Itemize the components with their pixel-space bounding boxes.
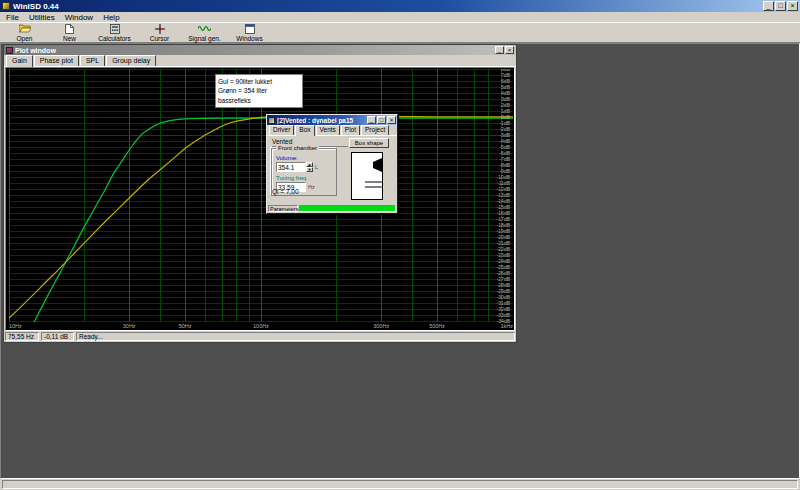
toolbar-new-label: New — [63, 35, 76, 42]
cursor-frequency-readout: 75,55 Hz — [5, 332, 39, 341]
close-button[interactable]: × — [387, 116, 396, 124]
dialog-progress-row: Parameters — [267, 204, 397, 213]
volume-stepper[interactable]: ▲ ▼ — [306, 162, 313, 172]
toolbar-signal-gen-button[interactable]: Signal gen. — [182, 23, 227, 42]
toolbar-calculators-label: Calculators — [98, 35, 131, 42]
app-status-bar — [0, 479, 800, 490]
toolbar-windows-label: Windows — [236, 35, 262, 42]
annotation-line-1: Gul = 90liter lukket — [218, 77, 300, 86]
dialog-title-bar[interactable]: [2]Vented : dynabel pa15 _□× — [267, 115, 397, 125]
svg-text:50Hz: 50Hz — [179, 323, 192, 329]
toolbar-cursor-button[interactable]: Cursor — [137, 23, 182, 42]
plot-annotation: Gul = 90liter lukket Grønn = 354 liter b… — [215, 74, 303, 108]
y-axis-labels: 8dB7dB6dB5dB4dB3dB2dB1dB0dB-1dB-2dB-3dB-… — [497, 69, 511, 324]
menu-file[interactable]: File — [1, 13, 24, 22]
toolbar: OpenNewCalculatorsCursorSignal gen.Windo… — [0, 23, 800, 43]
ql-value-text: Ql = 7,00 — [272, 188, 299, 195]
svg-text:100Hz: 100Hz — [253, 323, 269, 329]
plot-area[interactable]: 8dB7dB6dB5dB4dB3dB2dB1dB0dB-1dB-2dB-3dB-… — [5, 67, 515, 331]
dialog-body: Vented Front chamber Volume: ▲ ▼ L Tunin… — [267, 136, 397, 204]
plot-tabs: GainPhase plotSPLGroup delay — [4, 55, 516, 67]
status-message: Ready... — [76, 332, 515, 341]
tab-group-delay[interactable]: Group delay — [106, 55, 156, 66]
app-icon — [2, 2, 10, 10]
dialog-title: [2]Vented : dynabel pa15 — [277, 117, 366, 124]
maximize-button[interactable]: □ — [377, 116, 386, 124]
plot-window-buttons: _× — [494, 46, 514, 54]
tab-spl[interactable]: SPL — [80, 55, 105, 66]
toolbar-calculators-button[interactable]: Calculators — [92, 23, 137, 42]
windows-icon — [245, 24, 255, 34]
plot-window-icon — [6, 47, 13, 54]
minimize-button[interactable]: _ — [367, 116, 376, 124]
open-folder-icon — [19, 24, 31, 34]
tuning-freq-label[interactable]: Tuning freq. — [276, 175, 308, 181]
dialog-tabs: DriverBoxVentsPlotProject — [267, 125, 397, 136]
box-shape-preview — [351, 152, 383, 200]
minimize-button[interactable]: _ — [495, 46, 504, 54]
calculator-icon — [110, 24, 120, 34]
vented-box-dialog[interactable]: [2]Vented : dynabel pa15 _□× DriverBoxVe… — [266, 114, 398, 214]
maximize-button[interactable]: □ — [775, 1, 786, 11]
tab-gain[interactable]: Gain — [6, 55, 33, 67]
cursor-crosshair-icon — [155, 24, 165, 34]
dialog-tab-driver[interactable]: Driver — [269, 125, 294, 135]
box-shape-button[interactable]: Box shape — [349, 138, 389, 148]
close-button[interactable]: × — [787, 1, 798, 11]
toolbar-open-button[interactable]: Open — [2, 23, 47, 42]
plot-window[interactable]: Plot window _× GainPhase plotSPLGroup de… — [3, 44, 517, 343]
plot-status-bar: 75,55 Hz-0,11 dBReady... — [4, 331, 516, 342]
menu-help[interactable]: Help — [98, 13, 124, 22]
volume-input[interactable] — [276, 162, 306, 172]
svg-text:30Hz: 30Hz — [123, 323, 136, 329]
menu-bar: FileUtilitiesWindowHelp — [0, 12, 800, 23]
app-title: WinISD 0.44 — [13, 2, 762, 11]
mdi-workspace: Plot window _× GainPhase plotSPLGroup de… — [0, 43, 800, 479]
app-title-bar[interactable]: WinISD 0.44 _□× — [0, 0, 800, 12]
dialog-tab-box[interactable]: Box — [295, 125, 314, 136]
toolbar-signal-gen-label: Signal gen. — [188, 35, 221, 42]
svg-text:300Hz: 300Hz — [373, 323, 389, 329]
minimize-button[interactable]: _ — [763, 1, 774, 11]
plot-window-title-bar[interactable]: Plot window _× — [4, 45, 516, 55]
toolbar-windows-button[interactable]: Windows — [227, 23, 272, 42]
tuning-freq-unit: Hz — [308, 184, 315, 190]
new-document-icon — [65, 24, 74, 34]
annotation-line-2: Grønn = 354 liter bassrefleks — [218, 86, 300, 105]
spin-down-icon[interactable]: ▼ — [306, 167, 313, 172]
dialog-tab-project[interactable]: Project — [361, 125, 389, 135]
progress-label: Parameters — [268, 205, 298, 212]
toolbar-new-button[interactable]: New — [47, 23, 92, 42]
volume-label[interactable]: Volume: — [276, 155, 298, 161]
parameters-progress-bar — [299, 205, 396, 212]
signal-generator-icon — [198, 24, 211, 34]
close-button[interactable]: × — [505, 46, 514, 54]
svg-text:1kHz: 1kHz — [500, 323, 513, 329]
front-chamber-label: Front chamber — [276, 145, 319, 151]
app-window-buttons: _□× — [762, 1, 798, 11]
app-status-panel — [2, 480, 798, 489]
dialog-window-buttons: _□× — [366, 116, 396, 124]
svg-text:10Hz: 10Hz — [9, 323, 22, 329]
menu-utilities[interactable]: Utilities — [24, 13, 60, 22]
menu-window[interactable]: Window — [60, 13, 98, 22]
volume-unit: L — [315, 164, 318, 170]
dialog-tab-vents[interactable]: Vents — [316, 125, 340, 135]
toolbar-open-label: Open — [17, 35, 33, 42]
dialog-tab-plot[interactable]: Plot — [341, 125, 360, 135]
cursor-level-readout: -0,11 dB — [41, 332, 74, 341]
svg-text:500Hz: 500Hz — [429, 323, 445, 329]
toolbar-cursor-label: Cursor — [150, 35, 170, 42]
winisd-app-window: WinISD 0.44 _□× FileUtilitiesWindowHelp … — [0, 0, 800, 490]
x-axis-labels: 10Hz30Hz50Hz100Hz300Hz500Hz1kHz — [9, 323, 513, 329]
dialog-icon — [268, 117, 275, 124]
tab-phase-plot[interactable]: Phase plot — [34, 55, 79, 66]
plot-window-title: Plot window — [15, 47, 494, 54]
